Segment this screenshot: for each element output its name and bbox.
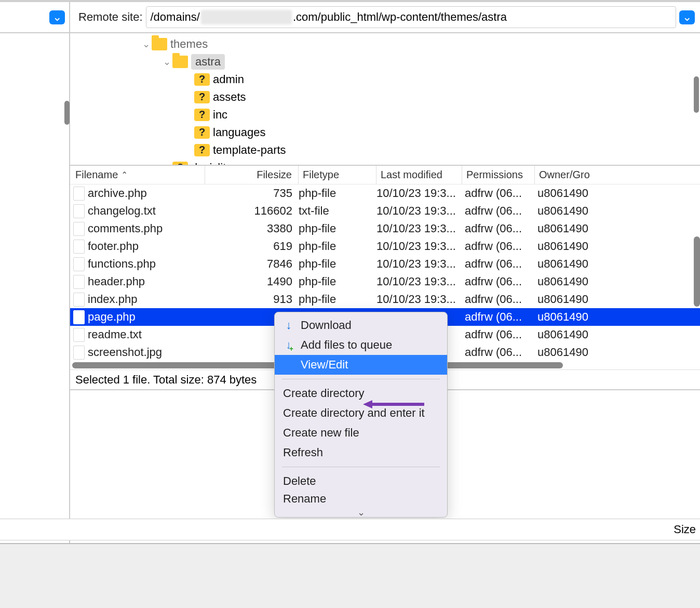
file-icon [73, 240, 85, 254]
file-permissions: adfrw (06... [465, 222, 537, 235]
tree-item-astra[interactable]: ⌄astra [70, 53, 700, 71]
file-row[interactable]: header.php1490php-file10/10/23 19:3...ad… [70, 273, 700, 290]
file-permissions: adfrw (06... [465, 275, 537, 288]
tree-item-label: assets [213, 90, 246, 104]
scrollbar-thumb[interactable] [694, 236, 700, 307]
ctx-rename[interactable]: Rename [275, 491, 447, 507]
download-icon [283, 319, 294, 332]
expand-icon[interactable]: ⌄ [140, 38, 152, 50]
col-owner[interactable]: Owner/Gro [535, 166, 700, 184]
sort-asc-icon: ⌃ [121, 170, 128, 180]
file-modified: 10/10/23 19:3... [376, 275, 465, 288]
file-permissions: adfrw (06... [465, 328, 537, 341]
folder-icon [172, 56, 188, 68]
chevron-down-icon: ⌄ [52, 10, 62, 24]
bottom-fade [0, 543, 700, 608]
tree-item-label: astra [191, 54, 225, 70]
file-size: 3380 [205, 222, 299, 235]
tree-item-template-parts[interactable]: template-parts [70, 141, 700, 159]
path-prefix: /domains/ [151, 10, 200, 24]
ctx-create-directory-enter[interactable]: Create directory and enter it [275, 403, 447, 423]
remote-path-dropdown[interactable]: ⌄ [679, 10, 695, 24]
col-permissions[interactable]: Permissions [462, 166, 535, 184]
file-list-header: Filename ⌃ Filesize Filetype Last modifi… [70, 166, 700, 184]
folder-unknown-icon [194, 126, 210, 139]
file-icon [73, 222, 85, 236]
file-type: php-file [299, 257, 376, 271]
file-name: changelog.txt [88, 204, 205, 218]
col-filesize[interactable]: Filesize [205, 166, 299, 184]
file-icon [73, 310, 85, 324]
ctx-create-file[interactable]: Create new file [275, 423, 447, 443]
file-row[interactable]: archive.php735php-file10/10/23 19:3...ad… [70, 184, 700, 202]
tree-item-assets[interactable]: assets [70, 88, 700, 106]
file-modified: 10/10/23 19:3... [376, 204, 465, 218]
file-size: 913 [205, 293, 299, 306]
file-row[interactable]: comments.php3380php-file10/10/23 19:3...… [70, 220, 700, 237]
file-name: readme.txt [88, 328, 205, 341]
file-row[interactable]: footer.php619php-file10/10/23 19:3...adf… [70, 237, 700, 255]
file-type: txt-file [299, 204, 376, 218]
tree-item-label: admin [213, 73, 244, 86]
chevron-down-icon: ⌄ [357, 507, 365, 517]
file-name: index.php [88, 293, 205, 306]
expand-icon[interactable]: ⌄ [161, 56, 172, 68]
tree-item-themes[interactable]: ⌄themes [70, 35, 700, 53]
folder-unknown-icon [194, 144, 210, 156]
local-path-dropdown[interactable]: ⌄ [49, 10, 65, 24]
ctx-expand-more[interactable]: ⌄ [275, 507, 447, 517]
tree-item-languages[interactable]: languages [70, 124, 700, 141]
file-owner: u8061490 [537, 222, 700, 235]
file-icon [73, 328, 85, 342]
file-name: footer.php [88, 240, 205, 253]
scrollbar-thumb[interactable] [694, 76, 699, 113]
file-modified: 10/10/23 19:3... [376, 222, 465, 235]
ctx-view-edit[interactable]: View/Edit [275, 355, 447, 375]
file-row[interactable]: changelog.txt116602txt-file10/10/23 19:3… [70, 202, 700, 220]
remote-path-label: Remote site: [78, 10, 143, 24]
file-permissions: adfrw (06... [465, 346, 537, 359]
file-owner: u8061490 [537, 204, 700, 218]
file-name: functions.php [88, 257, 205, 271]
chevron-down-icon: ⌄ [682, 10, 692, 24]
scrollbar-thumb[interactable] [64, 101, 70, 125]
col-filename[interactable]: Filename ⌃ [70, 166, 205, 184]
file-permissions: adfrw (06... [465, 187, 537, 200]
context-menu: Download Add files to queue View/Edit Cr… [274, 312, 448, 518]
file-icon [73, 204, 85, 218]
file-name: screenshot.jpg [88, 346, 205, 359]
file-permissions: adfrw (06... [465, 204, 537, 218]
col-filetype[interactable]: Filetype [299, 166, 376, 184]
tree-item-inc[interactable]: inc [70, 106, 700, 124]
file-name: header.php [88, 275, 205, 288]
file-row[interactable]: index.php913php-file10/10/23 19:3...adfr… [70, 290, 700, 308]
tree-item-label: inc [213, 108, 227, 122]
file-modified: 10/10/23 19:3... [376, 257, 465, 271]
ctx-refresh[interactable]: Refresh [275, 443, 447, 462]
ctx-create-directory[interactable]: Create directory [275, 384, 447, 403]
folder-unknown-icon [194, 109, 210, 121]
tree-item-label: languages [213, 126, 266, 139]
file-permissions: adfrw (06... [465, 240, 537, 253]
folder-icon [152, 38, 167, 50]
ctx-delete[interactable]: Delete [275, 471, 447, 491]
remote-tree[interactable]: ⌄themes⌄astraadminassetsinclanguagestemp… [70, 33, 700, 166]
remote-path-input[interactable]: /domains/ .com/public_html/wp-content/th… [146, 6, 677, 28]
file-size: 735 [205, 187, 299, 200]
tree-item-dosislite[interactable]: dosislite [70, 159, 700, 166]
file-permissions: adfrw (06... [465, 257, 537, 271]
file-owner: u8061490 [537, 293, 700, 306]
tree-item-admin[interactable]: admin [70, 71, 700, 88]
folder-unknown-icon [194, 73, 210, 86]
file-icon [73, 293, 85, 307]
ctx-download[interactable]: Download [275, 315, 447, 335]
folder-unknown-icon [172, 162, 188, 166]
file-modified: 10/10/23 19:3... [376, 293, 465, 306]
file-row[interactable]: functions.php7846php-file10/10/23 19:3..… [70, 255, 700, 273]
file-type: php-file [299, 222, 376, 235]
col-lastmodified[interactable]: Last modified [376, 166, 462, 184]
file-icon [73, 346, 85, 360]
file-permissions: adfrw (06... [465, 293, 537, 306]
file-modified: 10/10/23 19:3... [376, 187, 465, 200]
ctx-add-queue[interactable]: Add files to queue [275, 335, 447, 355]
